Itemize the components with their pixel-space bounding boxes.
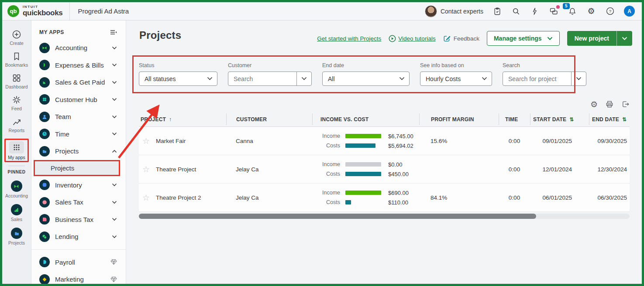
favorite-star-icon[interactable]: ☆ <box>142 137 150 145</box>
end-date-cell: 09/30/2025 <box>589 138 630 144</box>
quickbooks-logo[interactable]: qb INTUIT quickbooks <box>2 2 70 20</box>
chevron-down-icon[interactable] <box>571 72 586 85</box>
rail-item-dashboard[interactable]: Dashboard <box>5 73 28 89</box>
help-icon[interactable]: ? <box>605 7 615 16</box>
rail-divider <box>8 166 25 166</box>
sidebar-item-expenses-bills[interactable]: Expenses & Bills <box>31 57 126 74</box>
rail-item-my-apps[interactable]: My apps <box>8 141 25 160</box>
projects-table: PROJECT ↑ CUSTOMER INCOME VS. COST PROFI… <box>139 112 630 219</box>
app-label: Accounting <box>55 44 112 51</box>
customer-search-input[interactable] <box>228 75 296 82</box>
sidebar-item-inventory[interactable]: Inventory <box>31 177 126 194</box>
scrollbar-thumb[interactable] <box>139 214 536 219</box>
search-icon[interactable] <box>511 7 521 16</box>
table-settings-gear-icon[interactable]: ⚙ <box>590 100 598 109</box>
notifications-bell-icon[interactable]: 5 <box>568 7 577 16</box>
column-header-start-date[interactable]: START DATE ⇅ <box>530 113 589 125</box>
pinned-item-projects[interactable]: Projects <box>8 228 25 245</box>
sidebar-item-sales-get-paid[interactable]: Sales & Get Paid <box>31 74 126 91</box>
collapse-panel-icon[interactable] <box>110 30 117 35</box>
column-header-customer[interactable]: CUSTOMER <box>226 113 312 125</box>
table-row[interactable]: ☆ Market Fair Canna Income $6,745.00 Cos… <box>139 127 630 155</box>
sidebar-item-projects[interactable]: Projects <box>31 143 126 160</box>
sidebar-subitem-projects[interactable]: Projects <box>34 160 120 176</box>
filter-see-info: See info based on Hourly Costs <box>420 62 492 86</box>
end-date-select[interactable]: All <box>322 72 410 86</box>
chevron-down-icon[interactable] <box>296 72 311 85</box>
top-bar: qb INTUIT quickbooks Progredi Ad Astra C… <box>2 2 642 20</box>
favorite-star-icon[interactable]: ☆ <box>142 194 150 202</box>
profile-avatar[interactable]: A <box>624 6 635 17</box>
video-tutorials-label: Video tutorials <box>398 35 435 42</box>
sidebar-item-lending[interactable]: Lending <box>31 228 126 245</box>
chevron-down-icon <box>112 81 117 84</box>
rail-item-create[interactable]: Create <box>10 30 24 46</box>
app-label: Marketing <box>55 276 110 283</box>
print-icon[interactable] <box>605 100 614 109</box>
new-project-button[interactable]: New project <box>567 31 632 46</box>
column-label: PROFIT MARGIN <box>431 116 474 123</box>
start-date-cell: 09/01/2025 <box>530 138 589 144</box>
manage-settings-button[interactable]: Manage settings <box>487 31 560 46</box>
end-date-cell: 12/30/2024 <box>589 166 630 173</box>
sidebar-item-payroll[interactable]: Payroll <box>31 254 126 271</box>
chevron-down-icon <box>112 218 117 221</box>
column-header-time[interactable]: TIME <box>499 113 530 125</box>
table-row[interactable]: ☆ Theatre Project 2 Jelay Ca Income $690… <box>139 184 630 212</box>
sidebar-item-accounting[interactable]: Accounting <box>31 39 126 57</box>
table-row[interactable]: ☆ Theatre Project Jelay Ca Income $0.00 … <box>139 155 630 184</box>
sidebar-item-marketing[interactable]: Marketing <box>31 271 126 284</box>
project-name[interactable]: Theatre Project <box>156 166 196 173</box>
sidebar-item-customer-hub[interactable]: Customer Hub <box>31 91 126 109</box>
rail-item-reports[interactable]: Reports <box>9 117 25 133</box>
export-icon[interactable] <box>621 100 630 109</box>
app-label: Expenses & Bills <box>55 61 112 69</box>
column-header-project[interactable]: PROJECT ↑ <box>139 113 226 125</box>
column-header-income-vs-cost[interactable]: INCOME VS. COST <box>312 113 419 125</box>
sidebar-item-team[interactable]: Team <box>31 108 126 126</box>
sort-both-icon: ⇅ <box>622 116 627 123</box>
status-select[interactable]: All statuses <box>139 72 217 86</box>
contact-experts-button[interactable]: Contact experts <box>425 5 483 17</box>
filter-status: Status All statuses <box>139 62 217 86</box>
tasks-clipboard-icon[interactable] <box>492 7 502 16</box>
quick-actions-bolt-icon[interactable] <box>530 7 540 16</box>
customer-cell: Canna <box>226 138 312 144</box>
rail-item-bookmarks[interactable]: Bookmarks <box>5 51 28 68</box>
chevron-down-icon <box>203 77 217 81</box>
chevron-up-icon <box>112 150 117 153</box>
settings-gear-icon[interactable]: ⚙ <box>586 7 596 16</box>
project-name[interactable]: Market Fair <box>156 138 186 144</box>
sidebar-item-sales-tax[interactable]: Sales Tax <box>31 194 126 211</box>
pinned-item-sales[interactable]: Sales <box>11 204 22 222</box>
project-search-input[interactable] <box>503 75 571 82</box>
sales-tax-app-icon <box>39 197 50 208</box>
horizontal-scrollbar[interactable] <box>139 214 630 219</box>
team-app-icon <box>39 112 50 122</box>
business-tax-app-icon <box>39 214 50 225</box>
sidebar-item-time[interactable]: Time <box>31 126 126 143</box>
chevron-down-icon <box>112 132 117 136</box>
rail-item-feed[interactable]: Feed <box>11 95 22 111</box>
rail-label: Accounting <box>5 193 28 198</box>
project-name[interactable]: Theatre Project 2 <box>156 194 201 201</box>
income-bar <box>345 191 381 195</box>
pinned-item-accounting[interactable]: Accounting <box>5 180 28 198</box>
new-project-dropdown[interactable] <box>616 31 632 46</box>
column-header-end-date[interactable]: END DATE ⇅ <box>589 113 630 125</box>
column-header-profit-margin[interactable]: PROFIT MARGIN <box>419 113 499 125</box>
see-info-select[interactable]: Hourly Costs <box>420 72 492 86</box>
manage-settings-label: Manage settings <box>494 35 542 42</box>
feedback-link[interactable]: Feedback <box>443 34 479 42</box>
customer-combo[interactable] <box>228 72 312 86</box>
favorite-star-icon[interactable]: ☆ <box>142 165 150 174</box>
costs-amount: $110.00 <box>388 199 408 206</box>
sidebar-item-business-tax[interactable]: Business Tax <box>31 211 126 228</box>
get-started-link[interactable]: Get started with Projects <box>317 35 381 42</box>
feedback-chat-icon[interactable] <box>549 7 558 16</box>
video-tutorials-link[interactable]: Video tutorials <box>389 35 435 42</box>
brand-text: INTUIT quickbooks <box>23 5 62 17</box>
sales-get-paid-app-icon <box>39 77 50 88</box>
project-search-combo[interactable] <box>503 72 586 86</box>
filter-label: Status <box>139 62 217 68</box>
